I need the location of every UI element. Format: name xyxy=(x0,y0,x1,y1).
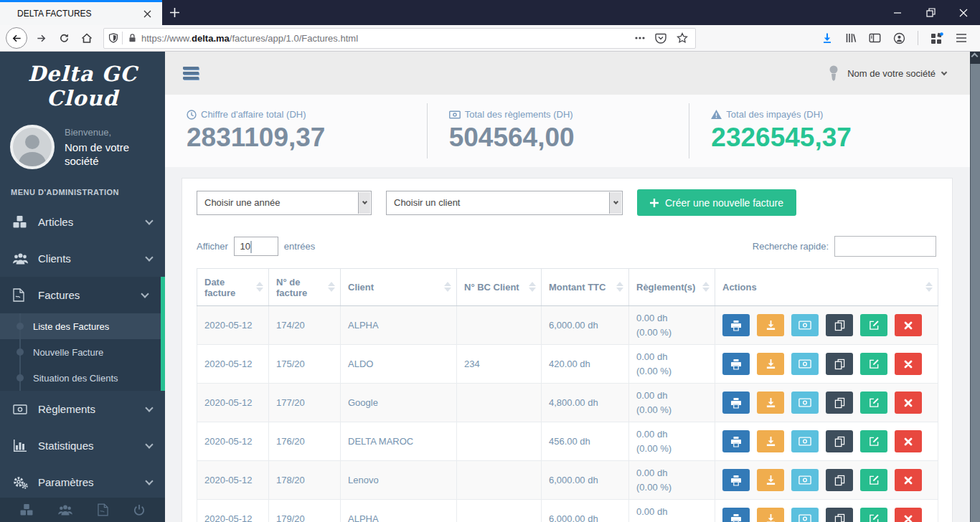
file-pdf-icon[interactable] xyxy=(98,503,108,516)
edit-button[interactable] xyxy=(860,314,887,336)
account-icon[interactable] xyxy=(893,32,905,44)
gears-icon xyxy=(13,476,32,489)
tracking-shield-icon[interactable] xyxy=(108,32,118,44)
col-montant[interactable]: Montant TTC xyxy=(542,269,629,306)
payments-button[interactable] xyxy=(791,469,819,491)
browser-tab[interactable]: DELTA FACTURES xyxy=(0,0,162,25)
filter-row: Choisir une année Choisir un client Crée… xyxy=(197,189,936,216)
edit-button[interactable] xyxy=(860,392,887,414)
sidebar-subitem-nouvelle-facture[interactable]: Nouvelle Facture xyxy=(0,339,161,365)
page-scrollbar[interactable] xyxy=(970,52,980,522)
print-button[interactable] xyxy=(722,430,750,452)
cell-date: 2020-05-12 xyxy=(197,384,269,422)
duplicate-button[interactable] xyxy=(826,392,853,414)
sidebar-collapse-icon[interactable] xyxy=(183,65,199,82)
scroll-up-icon[interactable] xyxy=(971,53,979,60)
forward-button[interactable] xyxy=(30,27,52,49)
minimize-button[interactable] xyxy=(881,0,914,25)
print-button[interactable] xyxy=(722,508,750,522)
sidebar-subitem-liste-des-factures[interactable]: Liste des Factures xyxy=(0,313,161,339)
restore-button[interactable] xyxy=(914,0,947,25)
create-invoice-button[interactable]: Créer une nouvelle facture xyxy=(637,189,796,216)
scrollbar-thumb[interactable] xyxy=(970,64,980,522)
pocket-icon[interactable] xyxy=(655,33,666,44)
print-button[interactable] xyxy=(722,469,750,491)
duplicate-button[interactable] xyxy=(826,314,853,336)
page-actions-icon[interactable] xyxy=(635,37,645,39)
download-button[interactable] xyxy=(757,430,784,452)
duplicate-button[interactable] xyxy=(826,469,853,491)
duplicate-button[interactable] xyxy=(826,353,853,375)
download-button[interactable] xyxy=(757,508,784,522)
delete-button[interactable] xyxy=(895,430,922,452)
tab-close-icon[interactable] xyxy=(139,6,155,22)
extensions-icon[interactable] xyxy=(930,32,943,44)
select-arrow-icon xyxy=(609,192,621,214)
delete-button[interactable] xyxy=(895,353,922,375)
sidebar-item-factures[interactable]: Factures xyxy=(0,277,161,313)
close-button[interactable] xyxy=(947,0,980,25)
stats-bar: Chiffre d'affaire total (DH) 2831109,37 … xyxy=(165,95,980,167)
home-button[interactable] xyxy=(76,27,98,49)
payments-button[interactable] xyxy=(791,314,819,336)
sort-icon xyxy=(529,282,536,292)
account-dropdown[interactable]: Nom de votre société xyxy=(826,65,962,82)
payments-button[interactable] xyxy=(791,392,819,414)
delete-button[interactable] xyxy=(895,314,922,336)
col-actions[interactable]: Actions xyxy=(715,269,938,306)
new-tab-button[interactable] xyxy=(162,0,187,25)
sidebar-subitem-situation-des-clients[interactable]: Situation des Clients xyxy=(0,365,161,391)
year-select[interactable]: Choisir une année xyxy=(197,191,372,215)
cell-client: Google xyxy=(341,384,457,422)
sidebar-item-parametres[interactable]: Paramètres xyxy=(0,464,165,500)
reload-button[interactable] xyxy=(53,27,75,49)
payments-button[interactable] xyxy=(791,353,819,375)
print-button[interactable] xyxy=(722,392,750,414)
col-bc-client[interactable]: N° BC Client xyxy=(457,269,542,306)
app-header: Nom de votre société xyxy=(165,52,980,95)
edit-button[interactable] xyxy=(860,430,887,452)
download-button[interactable] xyxy=(757,469,784,491)
library-icon[interactable] xyxy=(845,32,857,44)
print-button[interactable] xyxy=(722,314,750,336)
delete-button[interactable] xyxy=(895,508,922,522)
url-bar[interactable]: https://www.delta.ma/factures/app/1.0/Fa… xyxy=(103,28,696,49)
back-button[interactable] xyxy=(6,27,27,49)
power-icon[interactable] xyxy=(133,504,145,516)
download-button[interactable] xyxy=(757,353,784,375)
delete-button[interactable] xyxy=(895,392,922,414)
cubes-icon[interactable] xyxy=(20,504,33,516)
users-icon[interactable] xyxy=(58,505,72,516)
payments-button[interactable] xyxy=(791,508,819,522)
toolbar-separator xyxy=(918,31,918,45)
duplicate-button[interactable] xyxy=(826,508,853,522)
col-date-facture[interactable]: Date facture xyxy=(197,269,269,306)
sidebar-item-articles[interactable]: Articles xyxy=(0,204,165,240)
col-client[interactable]: Client xyxy=(341,269,457,306)
col-num-facture[interactable]: N° de facture xyxy=(269,269,341,306)
browser-titlebar: DELTA FACTURES xyxy=(0,0,980,25)
sidebar-item-reglements[interactable]: Règlements xyxy=(0,391,165,427)
bookmark-star-icon[interactable] xyxy=(677,32,688,44)
download-button[interactable] xyxy=(757,314,784,336)
col-reglements[interactable]: Règlement(s) xyxy=(629,269,715,306)
sidebar-item-statistiques[interactable]: Statistiques xyxy=(0,427,165,464)
menu-hamburger-icon[interactable] xyxy=(956,33,967,43)
print-button[interactable] xyxy=(722,353,750,375)
edit-button[interactable] xyxy=(860,469,887,491)
edit-button[interactable] xyxy=(860,508,887,522)
payments-button[interactable] xyxy=(791,430,819,452)
page-size-select[interactable]: 10 xyxy=(234,237,278,256)
delete-button[interactable] xyxy=(895,469,922,491)
cell-reglement: 0.00 dh(0.00 %) xyxy=(629,345,715,384)
tab-title: DELTA FACTURES xyxy=(17,9,139,19)
cell-reglement: 0.00 dh(0.00 %) xyxy=(629,306,715,345)
edit-button[interactable] xyxy=(860,353,887,375)
client-select[interactable]: Choisir un client xyxy=(386,191,623,215)
download-button[interactable] xyxy=(757,392,784,414)
sidebar-toggle-icon[interactable] xyxy=(869,32,881,44)
downloads-icon[interactable] xyxy=(821,32,833,44)
sidebar-item-clients[interactable]: Clients xyxy=(0,240,165,277)
search-input[interactable] xyxy=(834,236,936,257)
duplicate-button[interactable] xyxy=(826,430,853,452)
